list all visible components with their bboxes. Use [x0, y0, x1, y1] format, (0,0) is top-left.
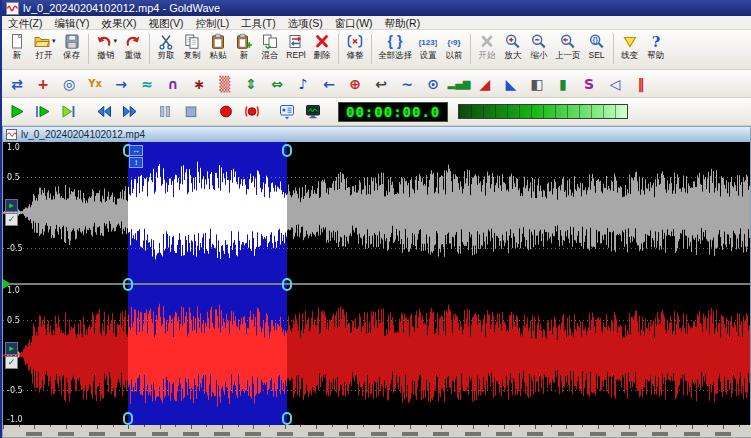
- help-button[interactable]: ?帮助: [643, 31, 669, 68]
- time-ruler[interactable]: [3, 425, 751, 437]
- match-volume-button[interactable]: ◧: [524, 72, 550, 96]
- dropdown-arrow-icon[interactable]: ▾: [114, 37, 118, 45]
- filter-button[interactable]: →: [108, 72, 134, 96]
- invert-button[interactable]: ∩: [160, 72, 186, 96]
- menu-item-0[interactable]: 文件(Z): [2, 16, 48, 30]
- selection-drag-vertical-icon[interactable]: [129, 157, 143, 168]
- pause-button[interactable]: [152, 100, 178, 124]
- transport-toolbar: 00:00:00.0: [2, 98, 751, 126]
- playback-position-marker[interactable]: [3, 279, 11, 289]
- cancel-button[interactable]: 开始: [474, 31, 500, 68]
- delete-button[interactable]: 删除: [309, 31, 335, 68]
- open-button[interactable]: ▾打开: [30, 31, 59, 68]
- expression-button[interactable]: Yx: [82, 72, 108, 96]
- set-selection-button[interactable]: {123}设置: [415, 31, 441, 68]
- selection-handle[interactable]: [282, 278, 292, 291]
- trim-button[interactable]: 修整: [342, 31, 368, 68]
- paste-button[interactable]: 粘贴: [205, 31, 231, 68]
- amplitude-label: -0.5: [7, 386, 23, 395]
- channel-enable-checkbox[interactable]: [5, 356, 18, 369]
- max-volume-button[interactable]: ▮: [550, 72, 576, 96]
- menu-item-8[interactable]: 帮助(R): [379, 16, 427, 30]
- selection-drag-horizontal-icon[interactable]: [129, 145, 143, 156]
- menu-item-7[interactable]: 窗口(W): [329, 16, 379, 30]
- voice-over-button[interactable]: ◁: [602, 72, 628, 96]
- dynamics-button[interactable]: +: [30, 72, 56, 96]
- fast-forward-button[interactable]: [117, 100, 143, 124]
- doppler-button[interactable]: ⇄: [4, 72, 30, 96]
- flanger-button[interactable]: ≈: [134, 72, 160, 96]
- echo-button[interactable]: ◎: [56, 72, 82, 96]
- zoom-out-button[interactable]: 缩小: [526, 31, 552, 68]
- zoom-sel-button[interactable]: {}SEL: [584, 31, 610, 68]
- button-label: 新: [13, 50, 22, 61]
- menu-item-3[interactable]: 视图(V): [142, 16, 189, 30]
- zoom-in-button[interactable]: 放大: [500, 31, 526, 68]
- playback-rate-button[interactable]: ←: [316, 72, 342, 96]
- channel-left-controls[interactable]: [5, 199, 18, 226]
- undo-button[interactable]: ▾撤销: [92, 31, 121, 68]
- selection-handle[interactable]: [282, 412, 292, 425]
- title-bar[interactable]: lv_0_20240204102012.mp4 - GoldWave: [2, 0, 751, 16]
- prev-selection-button[interactable]: {‹9}以前: [441, 31, 467, 68]
- pitch-button[interactable]: ♪: [290, 72, 316, 96]
- menu-item-4[interactable]: 控制(L): [189, 16, 235, 30]
- mix-button[interactable]: 混合: [257, 31, 283, 68]
- copy-button[interactable]: 复制: [179, 31, 205, 68]
- selection-handle[interactable]: [282, 144, 292, 157]
- button-label: REPl: [286, 50, 305, 61]
- control-properties-button[interactable]: [274, 100, 300, 124]
- replace-button[interactable]: REPl: [283, 31, 309, 68]
- toolbar-separator: [149, 34, 150, 64]
- button-label: 新: [240, 50, 249, 61]
- selection-handle[interactable]: [123, 278, 133, 291]
- channel-right-controls[interactable]: [5, 342, 18, 369]
- select-all-button[interactable]: { }全部选择: [375, 31, 415, 68]
- pan-icon: ⇔: [271, 77, 283, 91]
- time-warp-button[interactable]: ⊙: [420, 72, 446, 96]
- noise-reduction-button[interactable]: ▒: [212, 72, 238, 96]
- menu-item-1[interactable]: 编辑(Y): [48, 16, 95, 30]
- zoom-prev-button[interactable]: 上一页: [552, 31, 584, 68]
- document-titlebar[interactable]: lv_0_20240204102012.mp4: [3, 127, 750, 142]
- menu-item-5[interactable]: 工具(T): [235, 16, 281, 30]
- stop-button[interactable]: [178, 100, 204, 124]
- waveform-canvas-right[interactable]: [3, 285, 750, 425]
- pan-button[interactable]: ⇔: [264, 72, 290, 96]
- menu-item-2[interactable]: 效果(X): [95, 16, 142, 30]
- reverse-button[interactable]: ↩: [368, 72, 394, 96]
- document-window: lv_0_20240204102012.mp4 1.00.50.0-0.5 1.…: [2, 126, 751, 438]
- shape-volume-button[interactable]: S: [576, 72, 602, 96]
- new-button[interactable]: 新: [4, 31, 30, 68]
- record-loop-button[interactable]: [239, 100, 265, 124]
- marker-button[interactable]: 线变: [617, 31, 643, 68]
- record-button[interactable]: [213, 100, 239, 124]
- mechanize-button[interactable]: ∗: [186, 72, 212, 96]
- smoother-button[interactable]: ~: [394, 72, 420, 96]
- redo-button[interactable]: 重做: [120, 31, 146, 68]
- dropdown-arrow-icon[interactable]: ▾: [52, 37, 56, 45]
- resample-button[interactable]: ⊕: [342, 72, 368, 96]
- visuals-button[interactable]: [300, 100, 326, 124]
- cut-button[interactable]: 剪取: [153, 31, 179, 68]
- rewind-button[interactable]: [91, 100, 117, 124]
- fade-in-button[interactable]: ◢: [472, 72, 498, 96]
- equalizer-button[interactable]: ‖: [628, 72, 654, 96]
- waveform-canvas-left[interactable]: [3, 142, 750, 283]
- menu-item-6[interactable]: 选项(S): [282, 16, 329, 30]
- volume-button[interactable]: ▂▄▆: [446, 72, 472, 96]
- paste-new-button[interactable]: 新: [231, 31, 257, 68]
- document-icon: [6, 129, 17, 140]
- play-all-button[interactable]: [56, 100, 82, 124]
- channel-enable-checkbox[interactable]: [5, 213, 18, 226]
- play-button[interactable]: [4, 100, 30, 124]
- fade-out-button[interactable]: ◣: [498, 72, 524, 96]
- selection-start-marker[interactable]: [129, 145, 143, 168]
- level-meter: [458, 104, 628, 119]
- play-selection-button[interactable]: [30, 100, 56, 124]
- svg-text:{123}: {123}: [419, 37, 437, 46]
- offset-button[interactable]: ⇕: [238, 72, 264, 96]
- save-button[interactable]: 保存: [59, 31, 85, 68]
- selection-handle[interactable]: [123, 412, 133, 425]
- button-label: 保存: [63, 50, 80, 61]
